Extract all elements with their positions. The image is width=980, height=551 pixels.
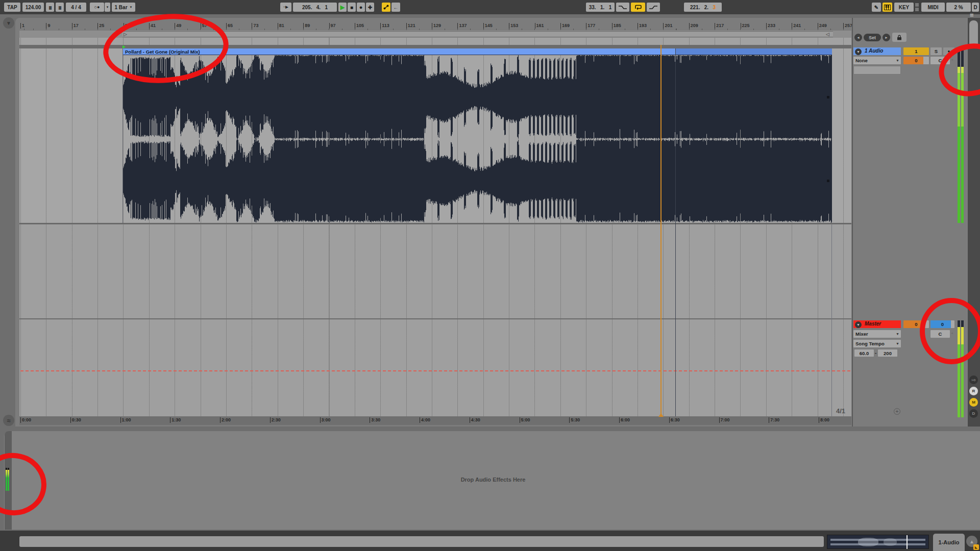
- bar-ruler-label: 81: [278, 23, 284, 29]
- playhead-line[interactable]: [660, 45, 662, 416]
- corner-resize-icon[interactable]: ◣: [973, 544, 979, 550]
- clip-overview-box[interactable]: [827, 535, 929, 549]
- metronome-toggle[interactable]: ○●: [90, 3, 104, 12]
- menu-icon[interactable]: ≡: [970, 11, 974, 19]
- track-volume-slider[interactable]: 0: [903, 57, 929, 64]
- bar-ruler-label: 49: [175, 23, 181, 29]
- record-button[interactable]: ●: [357, 3, 365, 12]
- loop-start-handle-icon[interactable]: ▷: [124, 31, 127, 37]
- overview-playhead: [906, 535, 908, 549]
- track-pan-knob[interactable]: C: [930, 57, 950, 64]
- status-info-box[interactable]: [19, 536, 824, 547]
- song-tempo-automation-line[interactable]: [20, 370, 850, 371]
- grid-interval-label: 4/1: [836, 407, 845, 415]
- clip-fade-handle-bottom[interactable]: [827, 180, 829, 182]
- nudge-down-button[interactable]: ||||: [46, 3, 54, 12]
- right-view-strip: [968, 18, 980, 427]
- automation-arm-button[interactable]: [382, 3, 390, 12]
- clip-title-bar[interactable]: Pollard - Get Gone (Original Mix): [123, 48, 832, 55]
- automation-dots-icon: [383, 5, 389, 10]
- time-signature-field[interactable]: 4 / 4: [66, 3, 86, 12]
- disk-overload-indicator[interactable]: D: [972, 3, 979, 12]
- arm-record-button[interactable]: ●: [943, 47, 954, 55]
- punch-out-button[interactable]: [647, 3, 660, 12]
- bar-ruler-label: 25: [97, 23, 104, 29]
- tap-tempo-button[interactable]: TAP: [4, 3, 20, 12]
- track-io-box[interactable]: [853, 66, 901, 74]
- drop-audio-effects-hint: Drop Audio Effects Here: [391, 477, 595, 483]
- track-name: 1 Audio: [865, 48, 883, 54]
- time-ruler-label: 6:30: [669, 417, 680, 423]
- time-ruler-label: 0:30: [70, 417, 81, 423]
- device-view-tab[interactable]: 1-Audio: [933, 534, 965, 551]
- next-locator-button[interactable]: ►: [883, 34, 890, 41]
- automation-param-chooser[interactable]: Song Tempo▼: [853, 340, 901, 347]
- set-locator-button[interactable]: Set: [864, 34, 881, 41]
- midi-map-button[interactable]: MIDI: [921, 3, 945, 12]
- vertical-scrollbar-thumb[interactable]: [969, 20, 978, 48]
- toggle-delay-section-button[interactable]: D: [969, 409, 978, 418]
- bar-ruler-label: 177: [586, 23, 595, 29]
- time-ruler[interactable]: 0:000:301:001:302:002:303:003:304:004:30…: [19, 416, 851, 425]
- stop-button[interactable]: ■: [348, 3, 356, 12]
- quantization-menu[interactable]: 1 Bar▼: [112, 3, 135, 12]
- bar-ruler-label: 9: [46, 23, 50, 29]
- waveform-canvas[interactable]: [123, 55, 832, 223]
- track-input-chooser[interactable]: None▼: [853, 57, 901, 64]
- master-fold-button[interactable]: ▼: [855, 321, 862, 328]
- cue-volume-slider[interactable]: 0: [930, 320, 954, 328]
- add-automation-lane-button[interactable]: +: [894, 408, 900, 415]
- toggle-mixer-section-button[interactable]: M: [969, 398, 978, 407]
- loop-toggle-button[interactable]: [631, 3, 645, 12]
- key-map-button[interactable]: KEY: [894, 3, 914, 12]
- computer-midi-keyboard-button[interactable]: [883, 3, 892, 12]
- overdub-button[interactable]: ✚: [366, 3, 374, 12]
- master-volume-slider[interactable]: 0: [903, 320, 929, 328]
- loop-brace[interactable]: [122, 31, 833, 37]
- track-level-meter: [958, 47, 964, 223]
- follow-button[interactable]: ∙∙▶: [280, 3, 291, 12]
- track-fold-button[interactable]: ▼: [855, 48, 862, 55]
- time-ruler-label: 3:00: [320, 417, 331, 423]
- loop-end-handle-icon[interactable]: ◁: [826, 31, 829, 37]
- tempo-field[interactable]: 124.00: [22, 3, 44, 12]
- nudge-up-button[interactable]: ||||: [56, 3, 64, 12]
- insert-marker-line[interactable]: [675, 48, 676, 416]
- time-ruler-label: 4:00: [420, 417, 430, 423]
- empty-arrangement-area[interactable]: [19, 224, 851, 318]
- overview-grid-strip[interactable]: [19, 38, 851, 45]
- bar-ruler-ticks: [19, 29, 851, 30]
- previous-locator-button[interactable]: ◄: [854, 34, 862, 41]
- marker-strip[interactable]: [19, 45, 851, 48]
- tempo-range-max-field[interactable]: 200: [878, 349, 897, 357]
- reenable-automation-button[interactable]: ←: [391, 3, 400, 12]
- arrangement-view-selector-icon[interactable]: ▼: [3, 17, 14, 29]
- draw-mode-button[interactable]: ✎: [872, 3, 881, 12]
- playhead-marker-triangle[interactable]: [658, 413, 664, 417]
- chevron-down-icon: ▼: [896, 59, 901, 62]
- toggle-returns-section-button[interactable]: R: [969, 387, 978, 395]
- solo-button[interactable]: S: [930, 47, 942, 55]
- loop-length-field[interactable]: 221. 2. 3: [684, 3, 722, 12]
- loop-start-field[interactable]: 33. 1. 1: [586, 3, 615, 12]
- audio-clip[interactable]: Pollard - Get Gone (Original Mix): [122, 48, 831, 223]
- time-ruler-label: 2:00: [220, 417, 231, 423]
- bar-ruler-label: 169: [560, 23, 570, 29]
- toggle-io-section-button[interactable]: I-O: [969, 375, 978, 384]
- cpu-load-meter[interactable]: 2 %: [946, 3, 971, 12]
- arrangement-position-field[interactable]: 205. 4. 1: [293, 3, 337, 12]
- master-pan-knob[interactable]: C: [930, 330, 950, 338]
- track-activator-button[interactable]: 1: [903, 47, 929, 55]
- master-device-chooser[interactable]: Mixer▼: [853, 330, 901, 338]
- arrangement-start-marker[interactable]: [122, 45, 126, 48]
- master-lane[interactable]: [19, 319, 851, 416]
- clip-fade-handle-top[interactable]: [827, 96, 829, 98]
- range-dash: -: [875, 350, 876, 356]
- punch-in-button[interactable]: [616, 3, 629, 12]
- tempo-range-min-field[interactable]: 60.0: [854, 349, 874, 357]
- play-button[interactable]: ▶: [338, 3, 347, 12]
- lock-envelopes-button[interactable]: [892, 33, 906, 42]
- time-ruler-label: 2:30: [270, 417, 281, 423]
- metronome-dropdown-icon[interactable]: ▼: [105, 3, 110, 12]
- clip-view-wave-icon[interactable]: ≈: [3, 415, 14, 426]
